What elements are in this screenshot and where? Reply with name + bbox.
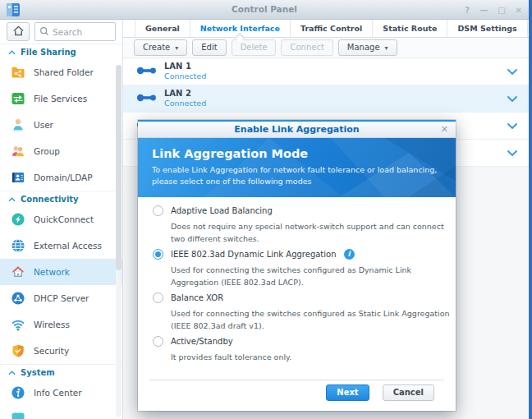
ethernet-link-icon xyxy=(136,65,158,78)
chevron-down-icon[interactable] xyxy=(507,123,517,129)
quickconnect-icon xyxy=(11,212,25,227)
manage-button[interactable]: Manage xyxy=(338,39,397,56)
sidebar-section-file-sharing[interactable]: File Sharing xyxy=(0,44,122,59)
interface-name: LAN 2 xyxy=(164,89,206,99)
sidebar-item-user[interactable]: User xyxy=(0,112,122,138)
sidebar-item-network[interactable]: Network xyxy=(0,259,122,285)
domain-ldap-icon xyxy=(11,170,25,185)
radio-active-standby[interactable] xyxy=(153,336,163,347)
option-label[interactable]: Balance XOR xyxy=(171,293,223,302)
sidebar-item-label: Shared Folder xyxy=(34,67,94,77)
sidebar-item-label: Group xyxy=(34,146,60,156)
section-label: File Sharing xyxy=(21,48,76,57)
option-active-standby: Active/Standby It provides fault toleran… xyxy=(153,334,441,363)
search-icon xyxy=(39,26,49,38)
tab-network-interface[interactable]: Network Interface xyxy=(190,20,291,37)
edit-button[interactable]: Edit xyxy=(192,39,226,56)
tab-static-route[interactable]: Static Route xyxy=(373,20,447,37)
maximize-icon[interactable]: □ xyxy=(498,6,505,15)
group-icon xyxy=(11,144,25,159)
shared-folder-icon xyxy=(11,65,25,80)
dialog-title: Enable Link Aggregation xyxy=(234,124,359,135)
chevron-up-icon xyxy=(8,48,16,57)
network-icon xyxy=(11,265,25,279)
sidebar-item-group[interactable]: Group xyxy=(0,138,122,164)
option-description: It provides fault tolerance only. xyxy=(171,351,460,363)
sidebar-item-domain-ldap[interactable]: Domain/LDAP xyxy=(0,164,122,191)
option-description: Used for connecting the switches configu… xyxy=(171,307,460,332)
sidebar-item-shared-folder[interactable]: Shared Folder xyxy=(0,59,122,85)
wireless-icon xyxy=(11,317,25,332)
option-label[interactable]: Adaptive Load Balancing xyxy=(171,206,273,215)
cancel-button[interactable]: Cancel xyxy=(383,384,434,401)
sidebar-section-system[interactable]: System xyxy=(0,364,122,380)
sidebar-section-connectivity[interactable]: Connectivity xyxy=(0,191,122,206)
sidebar-item-label: Domain/LDAP xyxy=(34,173,93,182)
sidebar-scrollbar[interactable] xyxy=(116,65,122,417)
interface-row-lan2[interactable]: LAN 2 Connected xyxy=(123,85,529,113)
sidebar-item-label: File Services xyxy=(34,94,87,104)
search-input[interactable] xyxy=(53,27,111,37)
close-icon[interactable]: ✕ xyxy=(516,6,522,15)
file-services-icon xyxy=(11,91,25,106)
minimize-icon[interactable]: — xyxy=(479,6,488,15)
sidebar-item-label: Security xyxy=(34,346,69,356)
sidebar-item-label: External Access xyxy=(34,241,102,251)
search-box[interactable] xyxy=(34,22,116,41)
home-icon xyxy=(12,25,25,39)
sidebar-item-file-services[interactable]: File Services xyxy=(0,85,122,112)
ethernet-link-icon xyxy=(136,92,158,105)
radio-balance-xor[interactable] xyxy=(153,292,163,303)
tab-general[interactable]: General xyxy=(135,20,190,37)
option-description: Does not require any special network-swi… xyxy=(171,220,460,245)
sidebar-item-label: Info Center xyxy=(34,388,82,398)
chevron-down-icon[interactable] xyxy=(507,69,517,75)
chevron-up-icon xyxy=(8,195,16,204)
sidebar-item-external-access[interactable]: External Access xyxy=(0,233,122,259)
dialog-titlebar: Enable Link Aggregation ✕ xyxy=(138,122,456,138)
sidebar-item-label: QuickConnect xyxy=(34,214,94,224)
next-button[interactable]: Next xyxy=(326,384,369,401)
home-button[interactable] xyxy=(7,22,30,41)
sidebar-item-dhcp-server[interactable]: DHCP Server xyxy=(0,285,122,311)
chevron-down-icon[interactable] xyxy=(507,96,517,102)
dialog-close-icon[interactable]: ✕ xyxy=(441,122,448,137)
sidebar-item-quickconnect[interactable]: QuickConnect xyxy=(0,206,122,233)
option-balance-xor: Balance XOR Used for connecting the swit… xyxy=(153,291,441,332)
info-center-icon xyxy=(11,385,25,400)
sidebar-item-info-center[interactable]: Info Center xyxy=(0,380,122,406)
interface-status: Connected xyxy=(164,99,206,108)
control-panel-icon xyxy=(6,2,21,17)
dialog-banner: Link Aggregation Mode To enable Link Agg… xyxy=(138,138,456,197)
window-titlebar: Control Panel ? — □ ✕ xyxy=(0,0,529,20)
chevron-down-icon[interactable] xyxy=(507,150,517,156)
partial-app-icon xyxy=(11,412,25,419)
chevron-up-icon xyxy=(8,368,16,377)
sidebar-item-security[interactable]: Security xyxy=(0,338,122,364)
create-button[interactable]: Create xyxy=(134,39,187,56)
dhcp-server-icon xyxy=(11,291,25,306)
user-icon xyxy=(11,117,25,132)
window-controls: ? — □ ✕ xyxy=(465,0,522,20)
radio-ieee-8023ad[interactable] xyxy=(153,249,163,260)
option-label[interactable]: Active/Standby xyxy=(171,337,233,346)
sidebar-item-wireless[interactable]: Wireless xyxy=(0,311,122,338)
info-icon[interactable]: i xyxy=(344,249,355,260)
tab-traffic-control[interactable]: Traffic Control xyxy=(291,20,373,37)
tab-dsm-settings[interactable]: DSM Settings xyxy=(447,20,527,37)
sidebar: File Sharing Shared Folder File Services… xyxy=(0,20,123,419)
banner-description: To enable Link Aggregation for network f… xyxy=(152,164,447,187)
scrollbar-thumb[interactable] xyxy=(116,65,122,270)
sidebar-item-partial[interactable] xyxy=(0,406,122,419)
delete-button: Delete xyxy=(232,39,277,56)
sidebar-item-label: DHCP Server xyxy=(34,293,89,303)
interface-row-lan1[interactable]: LAN 1 Connected xyxy=(123,58,529,85)
option-label[interactable]: IEEE 802.3ad Dynamic Link Aggregation xyxy=(171,250,337,259)
interface-name: LAN 1 xyxy=(164,62,206,71)
connect-button: Connect xyxy=(281,39,332,56)
help-icon[interactable]: ? xyxy=(465,6,470,15)
enable-link-aggregation-dialog: Enable Link Aggregation ✕ Link Aggregati… xyxy=(138,120,456,411)
window-title: Control Panel xyxy=(0,0,529,19)
radio-adaptive-load-balancing[interactable] xyxy=(153,205,163,216)
toolbar: Create Edit Delete Connect Manage xyxy=(123,38,529,58)
